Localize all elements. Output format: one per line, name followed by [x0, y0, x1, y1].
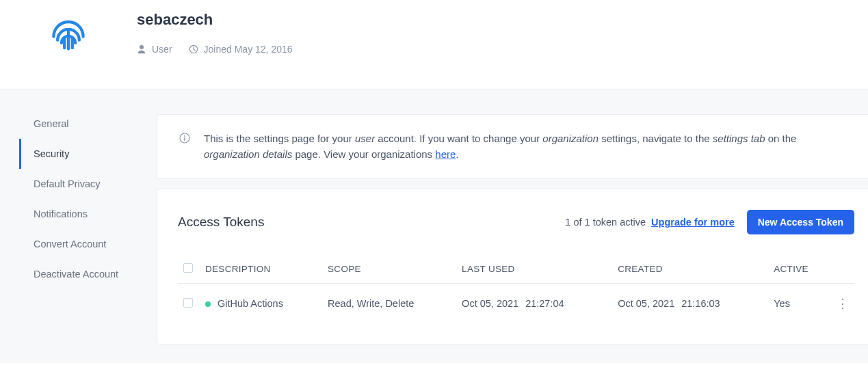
sidebar-item-label: Deactivate Account	[34, 269, 118, 280]
upgrade-link[interactable]: Upgrade for more	[651, 217, 735, 228]
info-banner: This is the settings page for your user …	[157, 114, 868, 179]
sidebar-item-default-privacy[interactable]: Default Privacy	[19, 169, 157, 199]
profile-role: User	[137, 44, 172, 55]
date-part: Oct 05, 2021	[462, 298, 518, 309]
profile-info: sebaczech User Joined May 12, 2016	[137, 7, 309, 55]
col-active: ACTIVE	[768, 255, 831, 284]
sidebar-item-label: Security	[34, 148, 69, 159]
col-last-used: LAST USED	[456, 255, 612, 284]
svg-rect-3	[184, 137, 185, 141]
info-icon	[179, 133, 190, 144]
info-here-link[interactable]: here	[435, 148, 456, 160]
col-created: CREATED	[612, 255, 768, 284]
sidebar-item-security[interactable]: Security	[19, 139, 157, 169]
status-dot-icon	[205, 301, 211, 307]
token-description: GitHub Actions	[218, 298, 283, 309]
table-row: GitHub Actions Read, Write, Delete Oct 0…	[178, 284, 854, 324]
profile-joined-label: Joined May 12, 2016	[204, 44, 293, 55]
tokens-header-right: 1 of 1 token active Upgrade for more New…	[565, 210, 854, 234]
row-actions-menu[interactable]: ⋮	[831, 284, 854, 324]
profile-meta: User Joined May 12, 2016	[137, 44, 309, 55]
info-em: settings tab	[713, 133, 765, 144]
info-banner-text: This is the settings page for your user …	[204, 131, 846, 162]
sidebar-item-label: General	[34, 118, 69, 129]
col-description: DESCRIPTION	[200, 255, 322, 284]
tokens-panel: Access Tokens 1 of 1 token active Upgrad…	[157, 189, 868, 344]
tokens-table: DESCRIPTION SCOPE LAST USED CREATED ACTI…	[178, 255, 854, 323]
main-content: This is the settings page for your user …	[157, 90, 868, 363]
sidebar-item-label: Default Privacy	[34, 178, 101, 189]
body-area: General Security Default Privacy Notific…	[0, 90, 868, 363]
profile-header: sebaczech User Joined May 12, 2016	[0, 0, 868, 90]
tokens-title: Access Tokens	[178, 215, 264, 230]
clock-icon	[189, 44, 198, 54]
time-part: 21:27:04	[525, 298, 564, 309]
profile-role-label: User	[152, 44, 172, 55]
row-checkbox[interactable]	[183, 298, 193, 308]
info-text: on the	[765, 133, 797, 144]
sidebar-item-deactivate-account[interactable]: Deactivate Account	[19, 259, 157, 289]
sidebar: General Security Default Privacy Notific…	[0, 90, 157, 363]
col-scope: SCOPE	[322, 255, 456, 284]
info-text: .	[456, 148, 458, 160]
sidebar-item-label: Notifications	[34, 208, 88, 219]
sidebar-item-notifications[interactable]: Notifications	[19, 199, 157, 229]
time-part: 21:16:03	[681, 298, 720, 309]
info-text: page. View your organizations	[292, 148, 435, 160]
date-part: Oct 05, 2021	[618, 298, 674, 309]
svg-point-2	[184, 135, 185, 137]
new-access-token-button[interactable]: New Access Token	[747, 210, 854, 234]
info-text: This is the settings page for your	[204, 133, 355, 144]
info-text: settings, navigate to the	[599, 133, 713, 144]
token-created: Oct 05, 202121:16:03	[612, 284, 768, 324]
sidebar-item-label: Convert Account	[34, 239, 106, 249]
sidebar-item-general[interactable]: General	[19, 109, 157, 139]
profile-joined: Joined May 12, 2016	[189, 44, 293, 55]
info-text: account. If you want to change your	[375, 133, 542, 144]
fingerprint-icon	[44, 10, 93, 59]
profile-username: sebaczech	[137, 11, 309, 29]
token-scope: Read, Write, Delete	[322, 284, 456, 324]
select-all-checkbox[interactable]	[183, 263, 193, 273]
info-em: organization details	[204, 148, 292, 160]
sidebar-item-convert-account[interactable]: Convert Account	[19, 229, 157, 259]
tokens-count: 1 of 1 token active	[565, 217, 646, 228]
tokens-header: Access Tokens 1 of 1 token active Upgrad…	[178, 210, 854, 234]
token-last-used: Oct 05, 202121:27:04	[456, 284, 612, 324]
user-icon	[137, 44, 146, 54]
info-em: organization	[542, 133, 599, 144]
avatar	[41, 7, 96, 62]
info-em: user	[355, 133, 375, 144]
token-active: Yes	[768, 284, 831, 324]
